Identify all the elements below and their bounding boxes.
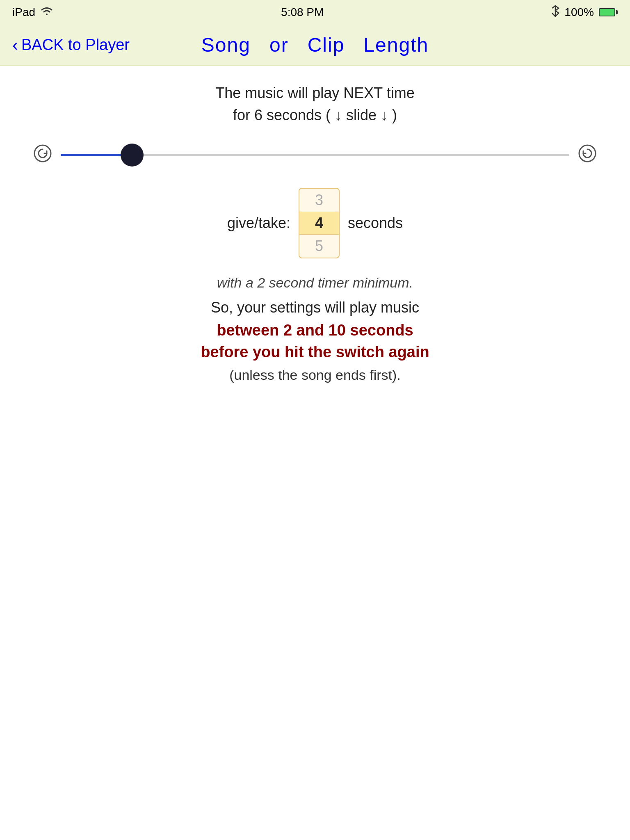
back-chevron-icon: ‹ — [12, 35, 18, 55]
status-bar: iPad 5:08 PM 100% — [0, 0, 630, 25]
slider-track — [61, 154, 569, 156]
italic-note: with a 2 second timer minimum. — [25, 275, 605, 291]
svg-point-0 — [34, 145, 51, 162]
status-time: 5:08 PM — [281, 6, 324, 19]
battery-icon — [599, 8, 618, 16]
wifi-icon — [40, 5, 53, 20]
title-word2: Clip — [308, 34, 345, 56]
description-text: The music will play NEXT time for 6 seco… — [25, 82, 605, 126]
picker-item-selected[interactable]: 4 — [299, 212, 339, 235]
highlight-text: between 2 and 10 seconds before you hit … — [25, 320, 605, 363]
slider-reset-left-icon[interactable] — [33, 144, 52, 167]
battery-percent: 100% — [564, 6, 594, 19]
description-line1: The music will play NEXT time — [25, 82, 605, 104]
description-line2: for 6 seconds ( ↓ slide ↓ ) — [25, 104, 605, 126]
play-description: So, your settings will play music — [25, 299, 605, 316]
highlight-line2: before you hit the switch again — [25, 341, 605, 363]
page-title: Song or Clip Length — [201, 34, 429, 56]
picker-container[interactable]: 3 4 5 — [299, 188, 340, 258]
bluetooth-icon — [551, 5, 559, 20]
device-label: iPad — [12, 6, 35, 19]
picker-unit: seconds — [348, 215, 403, 232]
slider-reset-right-icon[interactable] — [578, 144, 597, 167]
title-or: or — [269, 34, 289, 56]
back-label: BACK to Player — [21, 36, 130, 54]
main-content: The music will play NEXT time for 6 seco… — [0, 66, 630, 399]
picker-item-above[interactable]: 3 — [299, 189, 339, 212]
highlight-line1: between 2 and 10 seconds — [25, 320, 605, 341]
status-left: iPad — [12, 5, 53, 20]
title-word1: Song — [201, 34, 251, 56]
picker-section: give/take: 3 4 5 seconds — [25, 188, 605, 258]
slider-wrapper — [61, 143, 569, 167]
picker-label: give/take: — [227, 215, 290, 232]
slider-thumb[interactable] — [121, 144, 144, 167]
back-button[interactable]: ‹ BACK to Player — [12, 35, 130, 55]
picker-item-below[interactable]: 5 — [299, 235, 339, 258]
slider-section — [25, 143, 605, 167]
info-section: with a 2 second timer minimum. So, your … — [25, 275, 605, 383]
nav-bar: ‹ BACK to Player Song or Clip Length — [0, 25, 630, 66]
status-right: 100% — [551, 5, 618, 20]
title-word3: Length — [363, 34, 429, 56]
svg-point-1 — [579, 145, 596, 162]
parenthetical: (unless the song ends first). — [25, 367, 605, 383]
